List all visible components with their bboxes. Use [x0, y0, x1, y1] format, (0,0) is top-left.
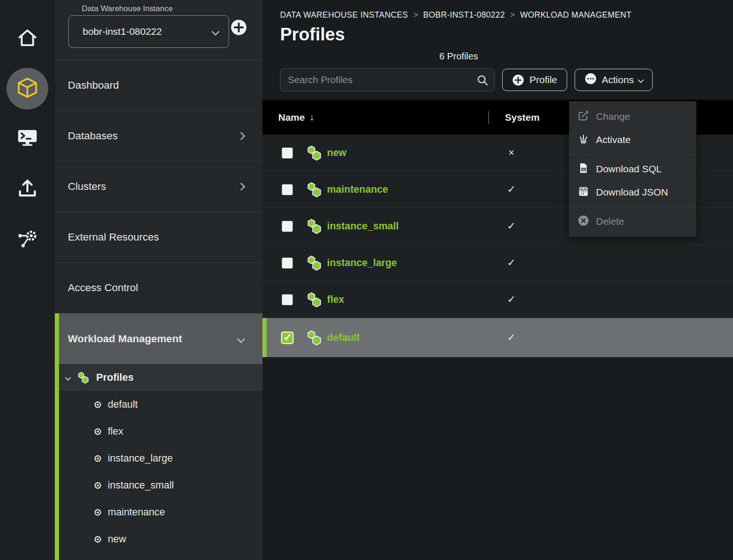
chevron-right-icon [237, 183, 245, 191]
actions-button[interactable]: Actions [575, 69, 653, 91]
table-row-default[interactable]: default ✓ [262, 318, 733, 357]
column-header-system[interactable]: System [505, 112, 540, 123]
terminal-button[interactable] [13, 124, 42, 153]
sidebar-item-dashboard[interactable]: Dashboard [55, 60, 262, 111]
profile-hexagons-icon [306, 181, 322, 198]
sidebar-item-databases[interactable]: Databases [55, 111, 262, 162]
add-instance-button[interactable] [230, 19, 248, 36]
sql-file-icon: SQL [577, 162, 589, 176]
sidebar-item-label: Workload Management [68, 333, 182, 345]
sidebar-item-clusters[interactable]: Clusters [55, 162, 262, 212]
tree-item-instance-small[interactable]: instance_small [55, 472, 262, 499]
system-flag: ✓ [503, 220, 520, 232]
sidebar-item-workload-management[interactable]: Workload Management [55, 313, 262, 364]
tree-item-label: instance_large [108, 453, 173, 464]
menu-item-activate[interactable]: Activate [569, 128, 696, 151]
tree-item-label: flex [108, 426, 123, 437]
row-checkbox[interactable] [281, 147, 294, 159]
chevron-right-icon [237, 132, 245, 140]
search-input[interactable] [280, 68, 495, 91]
instances-button[interactable] [7, 68, 48, 110]
chevron-down-icon [65, 375, 71, 381]
tree-item-default[interactable]: default [55, 391, 262, 418]
profile-name-link[interactable]: flex [327, 294, 344, 306]
search-wrap [280, 68, 495, 91]
tree-item-label: maintenance [108, 507, 165, 518]
breadcrumb-link-instance[interactable]: BOBR-INST1-080222 [423, 10, 505, 20]
system-flag: ✓ [503, 332, 520, 344]
system-flag: × [503, 147, 520, 159]
delete-circle-icon [577, 215, 589, 229]
tree-item-flex[interactable]: flex [55, 418, 262, 445]
app-window: Data Warehouse Instance bobr-inst1-08022… [0, 0, 733, 560]
menu-item-download-json[interactable]: Download JSON [569, 181, 696, 204]
menu-divider [569, 154, 696, 155]
menu-item-delete: Delete [569, 210, 696, 233]
profile-hexagons-icon [306, 218, 322, 234]
instance-select[interactable]: bobr-inst1-080222 [68, 15, 229, 48]
chevron-down-icon [212, 28, 220, 36]
add-profile-button[interactable]: Profile [502, 69, 567, 91]
actions-menu: Change Activate SQL [569, 101, 696, 237]
sidebar-item-label: Clusters [68, 181, 106, 193]
header-divider [488, 111, 489, 124]
profile-hexagons-icon [306, 144, 322, 161]
plus-circle-icon [512, 74, 524, 86]
profile-name-link[interactable]: default [327, 332, 360, 344]
sidebar-item-label: Databases [68, 130, 118, 142]
sidebar-item-label: External Resources [68, 231, 159, 243]
breadcrumb-current-page: WORKLOAD MANAGEMENT [520, 10, 632, 20]
chevron-down-icon [638, 77, 644, 83]
system-flag: ✓ [503, 257, 520, 269]
tree-item-instance-large[interactable]: instance_large [55, 445, 262, 472]
row-checkbox[interactable] [281, 293, 294, 306]
profile-name-link[interactable]: instance_small [327, 221, 399, 232]
toolbar: Profile Actions [280, 68, 733, 91]
profile-hexagons-icon [306, 291, 322, 308]
column-header-name[interactable]: Name ↓ [262, 112, 314, 123]
profiles-count: 6 Profiles [262, 51, 655, 62]
add-profile-label: Profile [530, 74, 557, 85]
tree-header-profiles[interactable]: Profiles [55, 364, 262, 391]
profile-hexagons-icon [306, 254, 322, 271]
menu-item-label: Activate [596, 134, 631, 145]
sidebar: Data Warehouse Instance bobr-inst1-08022… [55, 0, 262, 560]
breadcrumb-separator: > [510, 10, 515, 20]
profile-node-icon [94, 428, 102, 436]
row-checkbox[interactable] [281, 220, 294, 233]
sidebar-item-label: Access Control [68, 282, 138, 294]
table-row-instance-large[interactable]: instance_large ✓ [262, 245, 733, 281]
menu-item-label: Download JSON [596, 187, 668, 198]
sidebar-item-access-control[interactable]: Access Control [55, 263, 262, 313]
breadcrumb-link-instances[interactable]: DATA WAREHOUSE INSTANCES [280, 10, 408, 20]
profile-name-link[interactable]: maintenance [327, 184, 388, 195]
edit-icon [577, 110, 589, 124]
profiles-hexagons-icon [77, 371, 90, 384]
tree-item-label: instance_small [108, 480, 174, 491]
upload-button[interactable] [13, 175, 42, 204]
main-content: DATA WAREHOUSE INSTANCES > BOBR-INST1-08… [262, 0, 733, 560]
row-checkbox[interactable] [281, 257, 294, 269]
profile-node-icon [94, 535, 102, 543]
profile-name-link[interactable]: instance_large [327, 257, 397, 269]
table-row-flex[interactable]: flex ✓ [262, 281, 733, 318]
row-checkbox[interactable] [281, 183, 294, 196]
menu-item-label: Delete [596, 216, 624, 227]
row-checkbox-checked[interactable] [281, 332, 294, 344]
menu-item-download-sql[interactable]: SQL Download SQL [569, 157, 696, 181]
search-icon [476, 74, 489, 88]
sidebar-item-external-resources[interactable]: External Resources [55, 212, 262, 263]
profile-name-link[interactable]: new [327, 147, 347, 159]
tree-item-new[interactable]: new [55, 526, 262, 553]
cube-icon [16, 76, 39, 101]
profile-node-icon [94, 508, 102, 516]
breadcrumb-separator: > [413, 10, 418, 20]
chevron-down-icon [237, 335, 245, 343]
tree-header-label: Profiles [96, 371, 134, 384]
home-button[interactable] [13, 24, 42, 54]
column-name-label: Name [278, 112, 305, 123]
integrations-button[interactable] [13, 226, 42, 255]
tree-item-maintenance[interactable]: maintenance [55, 499, 262, 526]
gear-network-icon [16, 228, 39, 253]
active-section-accent [55, 313, 59, 560]
